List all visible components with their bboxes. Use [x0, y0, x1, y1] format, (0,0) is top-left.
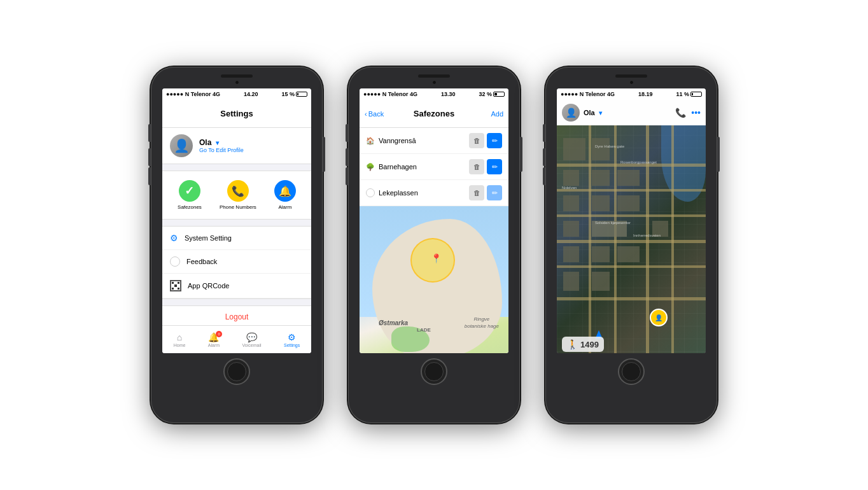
street-v4: [671, 125, 674, 353]
delete-zone-2[interactable]: 🗑: [469, 159, 484, 174]
home-button-inner-3: [622, 362, 641, 381]
phone-numbers-icon-item[interactable]: 📞 Phone Numbers: [220, 180, 256, 210]
alarm-badge-1: 0: [216, 331, 222, 337]
zone-item-3[interactable]: Lekeplassen 🗑 ✏: [360, 180, 508, 206]
delete-zone-3[interactable]: 🗑: [469, 185, 484, 200]
building-13: [592, 246, 610, 262]
street-h6: [557, 297, 706, 300]
more-options-icon[interactable]: •••: [691, 108, 701, 118]
zone-name-1: Vanngrensā: [379, 137, 465, 144]
street-v1: [589, 125, 591, 353]
home-button-2[interactable]: [421, 358, 447, 385]
phone-2: ●●●●● N Telenor 4G 13.30 32 % ‹ Back Saf…: [348, 67, 520, 423]
building-7: [592, 195, 610, 211]
street-h4: [557, 240, 706, 243]
zone-circle-icon: [366, 188, 375, 197]
screen-3: ●●●●● N Telenor 4G 18.19 11 % 👤 Ola ▾ 📞 …: [557, 88, 706, 353]
qrcode-item[interactable]: App QRCode: [162, 274, 311, 298]
safezones-circle: ✓: [179, 180, 200, 202]
chevron-left-icon-2: ‹: [365, 110, 367, 118]
aerial-bg: Rosenborgpassanget Nidelven Solsiden kjø…: [557, 125, 706, 353]
safezones-icon-item[interactable]: ✓ Safezones: [178, 180, 202, 210]
camera-3: [629, 80, 634, 85]
street-label-2: Nidelven: [562, 186, 577, 190]
time-2: 13.30: [441, 91, 456, 97]
profile-section[interactable]: 👤 Ola ▾ Go To Edit Profile: [162, 128, 311, 164]
screen-1: ●●●●● N Telenor 4G 14.20 15 % Settings 👤: [162, 88, 311, 353]
edit-zone-1[interactable]: ✏: [487, 133, 502, 148]
battery-pct-1: 15 %: [281, 91, 295, 97]
tab-alarm-1[interactable]: 🔔 0 Alarm: [208, 332, 220, 347]
edit-zone-2[interactable]: ✏: [487, 159, 502, 174]
settings-screen: 👤 Ola ▾ Go To Edit Profile ✓ Safezones: [162, 128, 311, 353]
home-button-3[interactable]: [618, 358, 645, 385]
safezones-nav-title: Safezones: [414, 109, 454, 118]
lade-label: LADE: [417, 327, 431, 333]
battery-bar-1: [296, 92, 307, 97]
building-15: [563, 272, 579, 291]
street-label-1: Rosenborgpassanget: [620, 160, 657, 164]
street-label-4: Innherredsveien: [633, 234, 661, 237]
phone-numbers-circle: 📞: [227, 180, 249, 202]
building-6: [563, 195, 579, 211]
alarm-bell-icon: 🔔: [279, 185, 291, 197]
tab-bar-1: ⌂ Home 🔔 0 Alarm 💬 Voicemail ⚙ Settings: [162, 325, 311, 353]
zone-item-1[interactable]: 🏠 Vanngrensā 🗑 ✏: [360, 128, 508, 154]
building-14: [617, 246, 640, 262]
avatar-1: 👤: [170, 134, 193, 157]
camera-1: [235, 80, 239, 85]
phone-top-3: [545, 67, 717, 85]
alarm-label: Alarm: [278, 204, 291, 210]
battery-fill-2: [494, 93, 497, 95]
map-background: 📍 Østmarka Ringvebotaniske hage LADE: [360, 206, 508, 353]
carrier-1: ●●●●● N Telenor 4G: [166, 91, 220, 97]
profile-subtitle[interactable]: Go To Edit Profile: [199, 147, 244, 153]
feedback-icon: [170, 256, 180, 267]
voicemail-tab-icon-1: 💬: [246, 332, 257, 342]
map-user-info: 👤 Ola ▾: [562, 104, 602, 122]
phone-call-icon[interactable]: 📞: [675, 108, 686, 118]
nav-bar-2: ‹ Back Safezones Add: [360, 100, 508, 128]
add-button-2[interactable]: Add: [491, 110, 503, 118]
home-tab-icon-1: ⌂: [177, 332, 182, 342]
alarm-circle: 🔔: [274, 180, 296, 202]
back-button-2[interactable]: ‹ Back: [365, 110, 384, 118]
menu-section: ⚙ System Setting Feedback App QRCode: [162, 226, 311, 299]
tab-voicemail-1[interactable]: 💬 Voicemail: [242, 332, 262, 347]
step-count: 1499: [580, 340, 599, 349]
battery-pct-2: 32 %: [479, 91, 492, 97]
safezones-checkmark: ✓: [185, 184, 194, 198]
profile-info: Ola ▾ Go To Edit Profile: [199, 138, 244, 153]
tab-home-1[interactable]: ⌂ Home: [174, 332, 186, 347]
zone-name-2: Barnehagen: [379, 163, 465, 171]
phone-3: ●●●●● N Telenor 4G 18.19 11 % 👤 Ola ▾ 📞 …: [545, 67, 717, 423]
profile-dropdown[interactable]: ▾: [216, 139, 219, 146]
tab-settings-1[interactable]: ⚙ Settings: [284, 332, 300, 347]
street-v2: [614, 125, 617, 353]
screen-2: ●●●●● N Telenor 4G 13.30 32 % ‹ Back Saf…: [360, 88, 508, 353]
feedback-item[interactable]: Feedback: [162, 250, 311, 274]
system-setting-item[interactable]: ⚙ System Setting: [162, 227, 311, 250]
user-location-pin: 👤: [650, 309, 668, 326]
delete-zone-1[interactable]: 🗑: [469, 133, 484, 148]
zone-item-2[interactable]: 🌳 Barnehagen 🗑 ✏: [360, 154, 508, 180]
battery-fill-3: [692, 93, 693, 95]
building-2: [592, 138, 610, 160]
home-button-1[interactable]: [223, 358, 250, 385]
settings-title: Settings: [220, 109, 253, 118]
alarm-tab-label-1: Alarm: [208, 343, 220, 347]
map-header-3: 👤 Ola ▾ 📞 •••: [557, 100, 706, 125]
map-username-dropdown[interactable]: ▾: [599, 109, 602, 116]
battery-area-1: 15 %: [281, 91, 307, 97]
home-button-inner-1: [227, 362, 246, 381]
phone-icon: 📞: [232, 185, 244, 197]
carrier-3: ●●●●● N Telenor 4G: [561, 91, 615, 97]
safezones-screen: 🏠 Vanngrensā 🗑 ✏ 🌳 Barnehagen 🗑 ✏: [360, 128, 508, 353]
alarm-icon-item[interactable]: 🔔 Alarm: [274, 180, 296, 210]
voicemail-tab-label-1: Voicemail: [242, 343, 262, 347]
walk-icon: 🚶: [567, 339, 578, 349]
street-h5: [557, 265, 706, 268]
gear-icon: ⚙: [170, 233, 178, 243]
map-username: Ola: [584, 109, 595, 116]
edit-zone-3[interactable]: ✏: [487, 185, 502, 200]
